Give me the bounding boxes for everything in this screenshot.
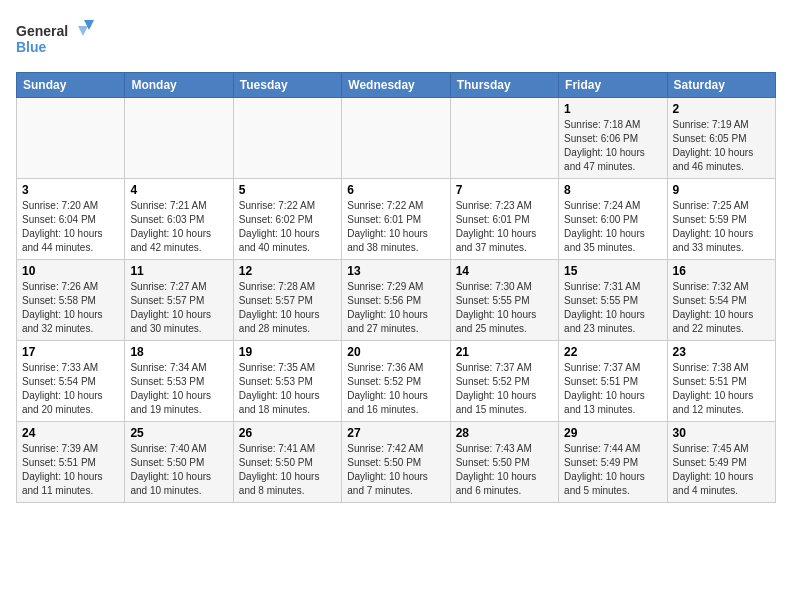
day-number: 20	[347, 345, 444, 359]
day-info: Sunrise: 7:33 AM Sunset: 5:54 PM Dayligh…	[22, 361, 119, 417]
day-info: Sunrise: 7:29 AM Sunset: 5:56 PM Dayligh…	[347, 280, 444, 336]
calendar-cell: 16Sunrise: 7:32 AM Sunset: 5:54 PM Dayli…	[667, 260, 775, 341]
svg-marker-3	[78, 26, 88, 36]
day-number: 15	[564, 264, 661, 278]
day-info: Sunrise: 7:34 AM Sunset: 5:53 PM Dayligh…	[130, 361, 227, 417]
day-number: 10	[22, 264, 119, 278]
day-number: 26	[239, 426, 336, 440]
logo: General Blue	[16, 16, 96, 60]
calendar-cell: 17Sunrise: 7:33 AM Sunset: 5:54 PM Dayli…	[17, 341, 125, 422]
day-info: Sunrise: 7:43 AM Sunset: 5:50 PM Dayligh…	[456, 442, 553, 498]
calendar-cell: 29Sunrise: 7:44 AM Sunset: 5:49 PM Dayli…	[559, 422, 667, 503]
day-info: Sunrise: 7:38 AM Sunset: 5:51 PM Dayligh…	[673, 361, 770, 417]
calendar-cell: 1Sunrise: 7:18 AM Sunset: 6:06 PM Daylig…	[559, 98, 667, 179]
day-number: 1	[564, 102, 661, 116]
calendar-cell: 7Sunrise: 7:23 AM Sunset: 6:01 PM Daylig…	[450, 179, 558, 260]
calendar-cell: 3Sunrise: 7:20 AM Sunset: 6:04 PM Daylig…	[17, 179, 125, 260]
calendar-cell: 30Sunrise: 7:45 AM Sunset: 5:49 PM Dayli…	[667, 422, 775, 503]
calendar-cell: 23Sunrise: 7:38 AM Sunset: 5:51 PM Dayli…	[667, 341, 775, 422]
calendar-cell: 14Sunrise: 7:30 AM Sunset: 5:55 PM Dayli…	[450, 260, 558, 341]
column-header-monday: Monday	[125, 73, 233, 98]
calendar-cell: 24Sunrise: 7:39 AM Sunset: 5:51 PM Dayli…	[17, 422, 125, 503]
calendar-week-2: 3Sunrise: 7:20 AM Sunset: 6:04 PM Daylig…	[17, 179, 776, 260]
day-info: Sunrise: 7:22 AM Sunset: 6:02 PM Dayligh…	[239, 199, 336, 255]
column-header-sunday: Sunday	[17, 73, 125, 98]
calendar-cell: 28Sunrise: 7:43 AM Sunset: 5:50 PM Dayli…	[450, 422, 558, 503]
calendar-cell: 21Sunrise: 7:37 AM Sunset: 5:52 PM Dayli…	[450, 341, 558, 422]
day-number: 24	[22, 426, 119, 440]
calendar-cell: 11Sunrise: 7:27 AM Sunset: 5:57 PM Dayli…	[125, 260, 233, 341]
day-number: 29	[564, 426, 661, 440]
calendar-cell	[125, 98, 233, 179]
day-number: 23	[673, 345, 770, 359]
day-number: 11	[130, 264, 227, 278]
day-info: Sunrise: 7:39 AM Sunset: 5:51 PM Dayligh…	[22, 442, 119, 498]
day-info: Sunrise: 7:20 AM Sunset: 6:04 PM Dayligh…	[22, 199, 119, 255]
column-header-thursday: Thursday	[450, 73, 558, 98]
day-number: 21	[456, 345, 553, 359]
day-number: 6	[347, 183, 444, 197]
day-info: Sunrise: 7:27 AM Sunset: 5:57 PM Dayligh…	[130, 280, 227, 336]
day-info: Sunrise: 7:25 AM Sunset: 5:59 PM Dayligh…	[673, 199, 770, 255]
calendar-table: SundayMondayTuesdayWednesdayThursdayFrid…	[16, 72, 776, 503]
day-number: 5	[239, 183, 336, 197]
day-number: 9	[673, 183, 770, 197]
day-number: 30	[673, 426, 770, 440]
calendar-cell: 13Sunrise: 7:29 AM Sunset: 5:56 PM Dayli…	[342, 260, 450, 341]
day-info: Sunrise: 7:35 AM Sunset: 5:53 PM Dayligh…	[239, 361, 336, 417]
column-header-saturday: Saturday	[667, 73, 775, 98]
day-number: 17	[22, 345, 119, 359]
day-info: Sunrise: 7:37 AM Sunset: 5:52 PM Dayligh…	[456, 361, 553, 417]
calendar-week-1: 1Sunrise: 7:18 AM Sunset: 6:06 PM Daylig…	[17, 98, 776, 179]
calendar-cell: 6Sunrise: 7:22 AM Sunset: 6:01 PM Daylig…	[342, 179, 450, 260]
day-number: 19	[239, 345, 336, 359]
day-info: Sunrise: 7:30 AM Sunset: 5:55 PM Dayligh…	[456, 280, 553, 336]
column-header-tuesday: Tuesday	[233, 73, 341, 98]
day-info: Sunrise: 7:45 AM Sunset: 5:49 PM Dayligh…	[673, 442, 770, 498]
day-info: Sunrise: 7:21 AM Sunset: 6:03 PM Dayligh…	[130, 199, 227, 255]
calendar-cell	[233, 98, 341, 179]
calendar-week-5: 24Sunrise: 7:39 AM Sunset: 5:51 PM Dayli…	[17, 422, 776, 503]
day-info: Sunrise: 7:18 AM Sunset: 6:06 PM Dayligh…	[564, 118, 661, 174]
day-info: Sunrise: 7:24 AM Sunset: 6:00 PM Dayligh…	[564, 199, 661, 255]
svg-text:General: General	[16, 23, 68, 39]
day-number: 4	[130, 183, 227, 197]
svg-text:Blue: Blue	[16, 39, 47, 55]
day-info: Sunrise: 7:40 AM Sunset: 5:50 PM Dayligh…	[130, 442, 227, 498]
day-info: Sunrise: 7:42 AM Sunset: 5:50 PM Dayligh…	[347, 442, 444, 498]
calendar-header-row: SundayMondayTuesdayWednesdayThursdayFrid…	[17, 73, 776, 98]
day-number: 25	[130, 426, 227, 440]
day-info: Sunrise: 7:23 AM Sunset: 6:01 PM Dayligh…	[456, 199, 553, 255]
calendar-cell: 18Sunrise: 7:34 AM Sunset: 5:53 PM Dayli…	[125, 341, 233, 422]
day-info: Sunrise: 7:31 AM Sunset: 5:55 PM Dayligh…	[564, 280, 661, 336]
calendar-cell: 27Sunrise: 7:42 AM Sunset: 5:50 PM Dayli…	[342, 422, 450, 503]
day-info: Sunrise: 7:37 AM Sunset: 5:51 PM Dayligh…	[564, 361, 661, 417]
calendar-cell: 26Sunrise: 7:41 AM Sunset: 5:50 PM Dayli…	[233, 422, 341, 503]
day-info: Sunrise: 7:19 AM Sunset: 6:05 PM Dayligh…	[673, 118, 770, 174]
day-info: Sunrise: 7:28 AM Sunset: 5:57 PM Dayligh…	[239, 280, 336, 336]
day-number: 3	[22, 183, 119, 197]
calendar-cell: 25Sunrise: 7:40 AM Sunset: 5:50 PM Dayli…	[125, 422, 233, 503]
column-header-wednesday: Wednesday	[342, 73, 450, 98]
day-info: Sunrise: 7:32 AM Sunset: 5:54 PM Dayligh…	[673, 280, 770, 336]
day-info: Sunrise: 7:22 AM Sunset: 6:01 PM Dayligh…	[347, 199, 444, 255]
day-info: Sunrise: 7:41 AM Sunset: 5:50 PM Dayligh…	[239, 442, 336, 498]
day-number: 13	[347, 264, 444, 278]
calendar-cell: 15Sunrise: 7:31 AM Sunset: 5:55 PM Dayli…	[559, 260, 667, 341]
calendar-cell: 19Sunrise: 7:35 AM Sunset: 5:53 PM Dayli…	[233, 341, 341, 422]
calendar-week-4: 17Sunrise: 7:33 AM Sunset: 5:54 PM Dayli…	[17, 341, 776, 422]
calendar-cell: 2Sunrise: 7:19 AM Sunset: 6:05 PM Daylig…	[667, 98, 775, 179]
column-header-friday: Friday	[559, 73, 667, 98]
page-header: General Blue	[16, 16, 776, 60]
calendar-cell: 12Sunrise: 7:28 AM Sunset: 5:57 PM Dayli…	[233, 260, 341, 341]
day-info: Sunrise: 7:44 AM Sunset: 5:49 PM Dayligh…	[564, 442, 661, 498]
calendar-week-3: 10Sunrise: 7:26 AM Sunset: 5:58 PM Dayli…	[17, 260, 776, 341]
calendar-cell	[450, 98, 558, 179]
calendar-cell: 10Sunrise: 7:26 AM Sunset: 5:58 PM Dayli…	[17, 260, 125, 341]
day-info: Sunrise: 7:26 AM Sunset: 5:58 PM Dayligh…	[22, 280, 119, 336]
calendar-cell: 20Sunrise: 7:36 AM Sunset: 5:52 PM Dayli…	[342, 341, 450, 422]
day-number: 16	[673, 264, 770, 278]
day-info: Sunrise: 7:36 AM Sunset: 5:52 PM Dayligh…	[347, 361, 444, 417]
day-number: 14	[456, 264, 553, 278]
day-number: 22	[564, 345, 661, 359]
